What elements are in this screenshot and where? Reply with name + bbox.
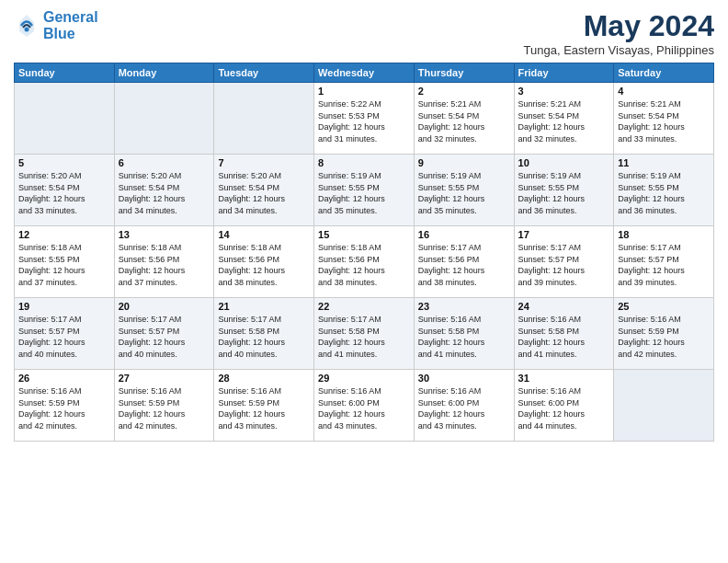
calendar-cell: 17Sunrise: 5:17 AMSunset: 5:57 PMDayligh… bbox=[514, 226, 614, 298]
calendar-week-row: 19Sunrise: 5:17 AMSunset: 5:57 PMDayligh… bbox=[15, 298, 714, 370]
logo: General Blue bbox=[14, 9, 98, 41]
cell-info: Sunrise: 5:18 AM bbox=[218, 242, 310, 254]
calendar-cell: 25Sunrise: 5:16 AMSunset: 5:59 PMDayligh… bbox=[614, 298, 714, 370]
calendar-cell: 22Sunrise: 5:17 AMSunset: 5:58 PMDayligh… bbox=[314, 298, 415, 370]
logo-line2: Blue bbox=[43, 26, 75, 41]
day-number: 31 bbox=[518, 373, 610, 384]
cell-info: Sunrise: 5:16 AM bbox=[518, 385, 610, 397]
calendar-week-row: 12Sunrise: 5:18 AMSunset: 5:55 PMDayligh… bbox=[15, 226, 714, 298]
cell-info: Sunset: 5:59 PM bbox=[119, 397, 210, 409]
calendar-cell: 3Sunrise: 5:21 AMSunset: 5:54 PMDaylight… bbox=[514, 83, 614, 155]
day-number: 6 bbox=[119, 157, 210, 168]
cell-info: Sunset: 5:56 PM bbox=[218, 254, 310, 266]
calendar-cell: 14Sunrise: 5:18 AMSunset: 5:56 PMDayligh… bbox=[214, 226, 314, 298]
day-number: 15 bbox=[318, 229, 410, 240]
cell-info: and 41 minutes. bbox=[518, 349, 610, 361]
cell-info: Daylight: 12 hours bbox=[518, 121, 610, 133]
cell-info: Sunset: 5:57 PM bbox=[18, 326, 110, 338]
cell-info: Daylight: 12 hours bbox=[218, 337, 310, 349]
cell-info: Sunrise: 5:19 AM bbox=[518, 170, 610, 182]
cell-info: Daylight: 12 hours bbox=[218, 408, 310, 420]
day-number: 16 bbox=[418, 229, 510, 240]
cell-info: Sunrise: 5:18 AM bbox=[18, 242, 110, 254]
calendar-cell: 11Sunrise: 5:19 AMSunset: 5:55 PMDayligh… bbox=[614, 155, 714, 226]
cell-info: Sunrise: 5:21 AM bbox=[418, 98, 510, 110]
cell-info: Sunrise: 5:17 AM bbox=[218, 314, 310, 326]
cell-info: and 40 minutes. bbox=[18, 349, 110, 361]
cell-info: and 36 minutes. bbox=[518, 205, 610, 217]
calendar-table: SundayMondayTuesdayWednesdayThursdayFrid… bbox=[14, 63, 714, 442]
calendar-cell: 23Sunrise: 5:16 AMSunset: 5:58 PMDayligh… bbox=[414, 298, 514, 370]
cell-info: Sunset: 5:59 PM bbox=[618, 326, 710, 338]
day-number: 1 bbox=[318, 86, 410, 97]
day-number: 9 bbox=[418, 157, 510, 168]
calendar-cell: 12Sunrise: 5:18 AMSunset: 5:55 PMDayligh… bbox=[15, 226, 115, 298]
cell-info: Sunrise: 5:18 AM bbox=[318, 242, 410, 254]
calendar-cell: 29Sunrise: 5:16 AMSunset: 6:00 PMDayligh… bbox=[314, 370, 415, 442]
cell-info: and 41 minutes. bbox=[418, 349, 510, 361]
cell-info: Sunrise: 5:16 AM bbox=[18, 385, 110, 397]
cell-info: Daylight: 12 hours bbox=[18, 337, 110, 349]
cell-info: Sunset: 5:55 PM bbox=[18, 254, 110, 266]
cell-info: Sunset: 6:00 PM bbox=[518, 397, 610, 409]
weekday-header: Thursday bbox=[414, 63, 514, 83]
cell-info: Daylight: 12 hours bbox=[418, 193, 510, 205]
cell-info: and 34 minutes. bbox=[218, 205, 310, 217]
cell-info: Sunrise: 5:20 AM bbox=[119, 170, 210, 182]
cell-info: Daylight: 12 hours bbox=[318, 408, 410, 420]
cell-info: Daylight: 12 hours bbox=[418, 265, 510, 277]
weekday-header: Tuesday bbox=[214, 63, 314, 83]
weekday-header: Wednesday bbox=[314, 63, 415, 83]
cell-info: and 43 minutes. bbox=[218, 420, 310, 432]
cell-info: Daylight: 12 hours bbox=[418, 121, 510, 133]
day-number: 29 bbox=[318, 373, 410, 384]
cell-info: and 32 minutes. bbox=[518, 133, 610, 145]
calendar-cell: 20Sunrise: 5:17 AMSunset: 5:57 PMDayligh… bbox=[114, 298, 214, 370]
title-block: May 2024 Tunga, Eastern Visayas, Philipp… bbox=[524, 9, 714, 57]
day-number: 12 bbox=[18, 229, 110, 240]
cell-info: Sunset: 5:54 PM bbox=[418, 110, 510, 122]
logo-line1: General bbox=[43, 9, 98, 25]
weekday-header-row: SundayMondayTuesdayWednesdayThursdayFrid… bbox=[15, 63, 714, 83]
cell-info: Sunrise: 5:17 AM bbox=[618, 242, 710, 254]
cell-info: Sunset: 5:54 PM bbox=[518, 110, 610, 122]
cell-info: and 31 minutes. bbox=[318, 133, 410, 145]
cell-info: Sunrise: 5:16 AM bbox=[318, 385, 410, 397]
calendar-cell: 9Sunrise: 5:19 AMSunset: 5:55 PMDaylight… bbox=[414, 155, 514, 226]
calendar-cell: 2Sunrise: 5:21 AMSunset: 5:54 PMDaylight… bbox=[414, 83, 514, 155]
cell-info: Sunset: 5:56 PM bbox=[418, 254, 510, 266]
day-number: 26 bbox=[18, 373, 110, 384]
cell-info: Sunset: 6:00 PM bbox=[318, 397, 410, 409]
day-number: 25 bbox=[618, 301, 710, 312]
cell-info: Sunset: 5:54 PM bbox=[18, 182, 110, 194]
cell-info: Sunset: 5:58 PM bbox=[518, 326, 610, 338]
cell-info: and 37 minutes. bbox=[18, 277, 110, 289]
day-number: 8 bbox=[318, 157, 410, 168]
cell-info: Sunset: 5:58 PM bbox=[418, 326, 510, 338]
cell-info: Sunrise: 5:20 AM bbox=[218, 170, 310, 182]
cell-info: and 40 minutes. bbox=[119, 349, 210, 361]
cell-info: and 38 minutes. bbox=[218, 277, 310, 289]
day-number: 11 bbox=[618, 157, 710, 168]
cell-info: Daylight: 12 hours bbox=[318, 337, 410, 349]
cell-info: and 39 minutes. bbox=[618, 277, 710, 289]
cell-info: Sunset: 5:54 PM bbox=[218, 182, 310, 194]
cell-info: Sunrise: 5:19 AM bbox=[618, 170, 710, 182]
logo-icon bbox=[14, 13, 40, 39]
cell-info: Daylight: 12 hours bbox=[418, 337, 510, 349]
cell-info: and 42 minutes. bbox=[119, 420, 210, 432]
cell-info: Sunrise: 5:16 AM bbox=[418, 385, 510, 397]
cell-info: Sunrise: 5:16 AM bbox=[218, 385, 310, 397]
calendar-cell: 4Sunrise: 5:21 AMSunset: 5:54 PMDaylight… bbox=[614, 83, 714, 155]
cell-info: and 38 minutes. bbox=[418, 277, 510, 289]
cell-info: Sunrise: 5:17 AM bbox=[418, 242, 510, 254]
day-number: 14 bbox=[218, 229, 310, 240]
cell-info: Daylight: 12 hours bbox=[318, 265, 410, 277]
cell-info: Daylight: 12 hours bbox=[518, 265, 610, 277]
cell-info: Daylight: 12 hours bbox=[318, 193, 410, 205]
svg-point-1 bbox=[25, 27, 29, 31]
cell-info: and 43 minutes. bbox=[418, 420, 510, 432]
calendar-cell: 15Sunrise: 5:18 AMSunset: 5:56 PMDayligh… bbox=[314, 226, 415, 298]
calendar-cell: 18Sunrise: 5:17 AMSunset: 5:57 PMDayligh… bbox=[614, 226, 714, 298]
cell-info: Sunset: 5:58 PM bbox=[218, 326, 310, 338]
